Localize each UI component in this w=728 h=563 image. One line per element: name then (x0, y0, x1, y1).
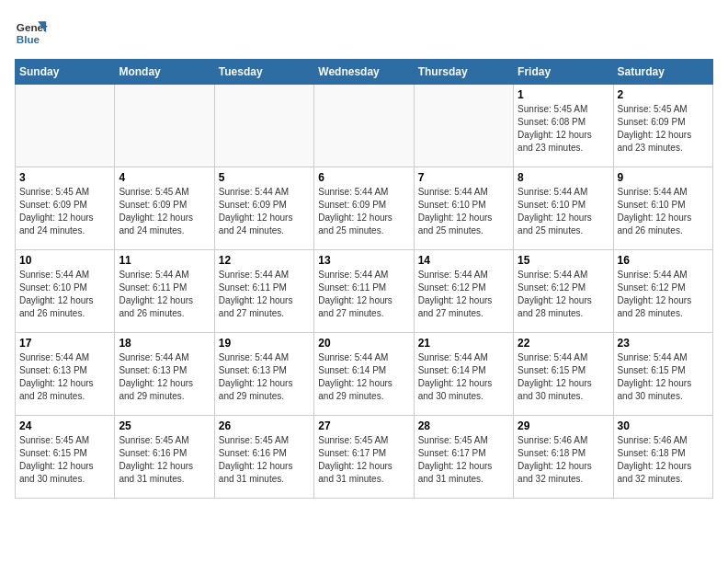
day-number: 17 (19, 337, 110, 350)
calendar-week-row: 1Sunrise: 5:45 AM Sunset: 6:08 PM Daylig… (16, 85, 713, 167)
day-number: 3 (19, 171, 110, 184)
logo-icon: General Blue (15, 15, 48, 48)
day-number: 13 (318, 254, 409, 267)
day-detail: Sunrise: 5:44 AM Sunset: 6:12 PM Dayligh… (418, 269, 509, 320)
calendar-day-cell: 11Sunrise: 5:44 AM Sunset: 6:11 PM Dayli… (115, 250, 214, 333)
day-number: 8 (518, 171, 609, 184)
calendar-table: SundayMondayTuesdayWednesdayThursdayFrid… (15, 59, 713, 499)
day-detail: Sunrise: 5:45 AM Sunset: 6:09 PM Dayligh… (119, 186, 210, 237)
day-number: 19 (219, 337, 310, 350)
calendar-day-cell (414, 85, 513, 167)
day-detail: Sunrise: 5:44 AM Sunset: 6:15 PM Dayligh… (618, 351, 709, 403)
calendar-week-row: 10Sunrise: 5:44 AM Sunset: 6:10 PM Dayli… (16, 250, 713, 333)
calendar-day-cell: 4Sunrise: 5:45 AM Sunset: 6:09 PM Daylig… (115, 167, 214, 250)
day-number: 28 (418, 419, 509, 432)
day-detail: Sunrise: 5:44 AM Sunset: 6:12 PM Dayligh… (518, 269, 609, 320)
day-number: 7 (418, 171, 509, 184)
day-number: 1 (518, 88, 609, 101)
calendar-week-row: 3Sunrise: 5:45 AM Sunset: 6:09 PM Daylig… (16, 167, 713, 250)
header: General Blue (15, 15, 713, 48)
day-detail: Sunrise: 5:45 AM Sunset: 6:15 PM Dayligh… (19, 434, 110, 486)
day-detail: Sunrise: 5:44 AM Sunset: 6:12 PM Dayligh… (618, 269, 709, 320)
calendar-day-cell: 8Sunrise: 5:44 AM Sunset: 6:10 PM Daylig… (514, 167, 613, 250)
day-number: 20 (318, 337, 409, 350)
day-number: 5 (219, 171, 310, 184)
calendar-day-cell: 20Sunrise: 5:44 AM Sunset: 6:14 PM Dayli… (314, 333, 414, 416)
day-detail: Sunrise: 5:44 AM Sunset: 6:09 PM Dayligh… (219, 186, 310, 237)
calendar-day-cell: 30Sunrise: 5:46 AM Sunset: 6:18 PM Dayli… (613, 416, 712, 499)
day-detail: Sunrise: 5:44 AM Sunset: 6:13 PM Dayligh… (19, 351, 110, 403)
day-number: 11 (119, 254, 210, 267)
calendar-day-cell (16, 85, 115, 167)
day-number: 15 (518, 254, 609, 267)
calendar-day-cell: 2Sunrise: 5:45 AM Sunset: 6:09 PM Daylig… (613, 85, 712, 167)
calendar-day-cell: 13Sunrise: 5:44 AM Sunset: 6:11 PM Dayli… (314, 250, 414, 333)
calendar-week-row: 17Sunrise: 5:44 AM Sunset: 6:13 PM Dayli… (16, 333, 713, 416)
day-detail: Sunrise: 5:44 AM Sunset: 6:10 PM Dayligh… (518, 186, 609, 237)
calendar-day-cell (214, 85, 313, 167)
day-detail: Sunrise: 5:45 AM Sunset: 6:08 PM Dayligh… (518, 103, 609, 155)
calendar-day-cell: 22Sunrise: 5:44 AM Sunset: 6:15 PM Dayli… (514, 333, 613, 416)
day-number: 2 (618, 88, 709, 101)
day-number: 23 (618, 337, 709, 350)
day-number: 25 (119, 419, 210, 432)
day-of-week-header: Sunday (16, 60, 115, 85)
day-detail: Sunrise: 5:44 AM Sunset: 6:14 PM Dayligh… (418, 351, 509, 403)
day-number: 4 (119, 171, 210, 184)
calendar-week-row: 24Sunrise: 5:45 AM Sunset: 6:15 PM Dayli… (16, 416, 713, 499)
day-detail: Sunrise: 5:44 AM Sunset: 6:09 PM Dayligh… (318, 186, 409, 237)
day-number: 10 (19, 254, 110, 267)
day-number: 21 (418, 337, 509, 350)
day-detail: Sunrise: 5:44 AM Sunset: 6:11 PM Dayligh… (318, 269, 409, 320)
calendar-day-cell: 16Sunrise: 5:44 AM Sunset: 6:12 PM Dayli… (613, 250, 712, 333)
calendar-day-cell: 12Sunrise: 5:44 AM Sunset: 6:11 PM Dayli… (214, 250, 313, 333)
day-detail: Sunrise: 5:45 AM Sunset: 6:09 PM Dayligh… (19, 186, 110, 237)
calendar-day-cell: 10Sunrise: 5:44 AM Sunset: 6:10 PM Dayli… (16, 250, 115, 333)
day-number: 26 (219, 419, 310, 432)
calendar-day-cell: 7Sunrise: 5:44 AM Sunset: 6:10 PM Daylig… (414, 167, 513, 250)
calendar-day-cell: 28Sunrise: 5:45 AM Sunset: 6:17 PM Dayli… (414, 416, 513, 499)
calendar-day-cell: 9Sunrise: 5:44 AM Sunset: 6:10 PM Daylig… (613, 167, 712, 250)
day-detail: Sunrise: 5:45 AM Sunset: 6:16 PM Dayligh… (119, 434, 210, 486)
calendar-day-cell: 17Sunrise: 5:44 AM Sunset: 6:13 PM Dayli… (16, 333, 115, 416)
day-detail: Sunrise: 5:44 AM Sunset: 6:11 PM Dayligh… (119, 269, 210, 320)
day-of-week-header: Monday (115, 60, 214, 85)
day-detail: Sunrise: 5:45 AM Sunset: 6:16 PM Dayligh… (219, 434, 310, 486)
calendar-day-cell: 3Sunrise: 5:45 AM Sunset: 6:09 PM Daylig… (16, 167, 115, 250)
day-number: 12 (219, 254, 310, 267)
day-of-week-header: Saturday (613, 60, 712, 85)
day-detail: Sunrise: 5:45 AM Sunset: 6:17 PM Dayligh… (418, 434, 509, 486)
calendar-day-cell: 6Sunrise: 5:44 AM Sunset: 6:09 PM Daylig… (314, 167, 414, 250)
day-detail: Sunrise: 5:46 AM Sunset: 6:18 PM Dayligh… (618, 434, 709, 486)
calendar-day-cell: 19Sunrise: 5:44 AM Sunset: 6:13 PM Dayli… (214, 333, 313, 416)
day-number: 24 (19, 419, 110, 432)
day-number: 22 (518, 337, 609, 350)
day-detail: Sunrise: 5:45 AM Sunset: 6:09 PM Dayligh… (618, 103, 709, 155)
day-number: 16 (618, 254, 709, 267)
day-detail: Sunrise: 5:44 AM Sunset: 6:15 PM Dayligh… (518, 351, 609, 403)
calendar-day-cell: 24Sunrise: 5:45 AM Sunset: 6:15 PM Dayli… (16, 416, 115, 499)
day-number: 30 (618, 419, 709, 432)
calendar-day-cell: 27Sunrise: 5:45 AM Sunset: 6:17 PM Dayli… (314, 416, 414, 499)
day-detail: Sunrise: 5:44 AM Sunset: 6:14 PM Dayligh… (318, 351, 409, 403)
calendar-day-cell (115, 85, 214, 167)
logo: General Blue (15, 15, 48, 48)
day-of-week-header: Tuesday (214, 60, 313, 85)
calendar-day-cell: 23Sunrise: 5:44 AM Sunset: 6:15 PM Dayli… (613, 333, 712, 416)
calendar-day-cell: 29Sunrise: 5:46 AM Sunset: 6:18 PM Dayli… (514, 416, 613, 499)
day-detail: Sunrise: 5:44 AM Sunset: 6:13 PM Dayligh… (219, 351, 310, 403)
day-detail: Sunrise: 5:44 AM Sunset: 6:13 PM Dayligh… (119, 351, 210, 403)
day-of-week-header: Thursday (414, 60, 513, 85)
day-detail: Sunrise: 5:44 AM Sunset: 6:10 PM Dayligh… (418, 186, 509, 237)
day-number: 29 (518, 419, 609, 432)
day-number: 14 (418, 254, 509, 267)
calendar-day-cell: 21Sunrise: 5:44 AM Sunset: 6:14 PM Dayli… (414, 333, 513, 416)
day-of-week-header: Wednesday (314, 60, 414, 85)
calendar-day-cell: 14Sunrise: 5:44 AM Sunset: 6:12 PM Dayli… (414, 250, 513, 333)
calendar-day-cell: 26Sunrise: 5:45 AM Sunset: 6:16 PM Dayli… (214, 416, 313, 499)
day-of-week-header: Friday (514, 60, 613, 85)
day-detail: Sunrise: 5:44 AM Sunset: 6:11 PM Dayligh… (219, 269, 310, 320)
day-detail: Sunrise: 5:44 AM Sunset: 6:10 PM Dayligh… (618, 186, 709, 237)
day-number: 27 (318, 419, 409, 432)
calendar-day-cell: 15Sunrise: 5:44 AM Sunset: 6:12 PM Dayli… (514, 250, 613, 333)
